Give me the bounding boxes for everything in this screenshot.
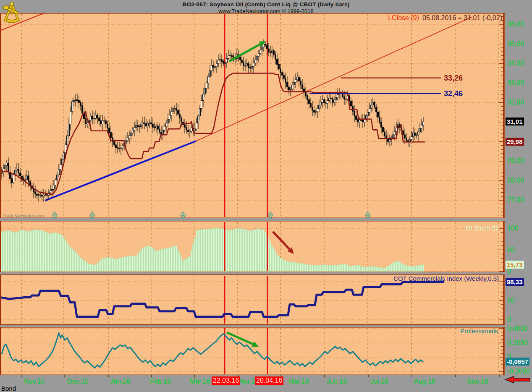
price-bar-body [142, 123, 144, 124]
rollover-marker-letter: R [53, 214, 56, 218]
price-bar-body [119, 149, 120, 149]
price-bar-body [159, 129, 160, 132]
price-bar-body [105, 121, 107, 124]
stoch-histogram-bar [244, 229, 246, 271]
stoch-histogram-bar [214, 228, 215, 272]
price-bar-body [109, 128, 110, 133]
price-bar-body [406, 138, 407, 140]
price-bar-body [411, 137, 412, 140]
stoch-histogram-bar [155, 251, 157, 271]
price-bar-body [253, 63, 254, 66]
price-bar-body [421, 125, 422, 128]
price-bar-body [90, 116, 92, 120]
stoch-histogram-bar [369, 267, 370, 272]
price-bar-body [270, 52, 271, 53]
stoch-histogram-bar [280, 258, 281, 272]
tradenavigator-sextant-logo-icon [2, 0, 22, 24]
price-bar-body [309, 99, 310, 103]
price-bar-body [194, 129, 196, 131]
stoch-histogram-bar [60, 234, 61, 272]
price-bar-body [257, 57, 258, 60]
oi-stoch-panel[interactable]: OI Stoch 52 [0, 221, 505, 272]
stoch-histogram-bar [328, 265, 330, 272]
stoch-histogram-bar [228, 230, 229, 272]
stoch-histogram-bar [34, 230, 36, 272]
price-bar-body [218, 60, 219, 63]
time-axis-strip[interactable]: Nov.15Dez.15Jän.16Feb.16Mär.16Apr.16Mai.… [0, 375, 532, 392]
stoch-histogram-bar [110, 258, 111, 272]
stoch-histogram-bar [202, 229, 204, 272]
stoch-histogram-bar [396, 261, 397, 272]
price-bar-body [42, 195, 43, 196]
price-bar-body [79, 101, 80, 103]
stoch-histogram-bar [29, 231, 31, 272]
price-bar-body [332, 99, 333, 102]
stoch-histogram-bar [192, 244, 194, 272]
stoch-histogram-bar [234, 229, 236, 272]
stoch-histogram-bar [397, 261, 398, 272]
price-bar-body [107, 124, 108, 128]
price-bar-body [5, 166, 6, 169]
stoch-histogram-bar [239, 229, 241, 272]
price-bar-body [199, 108, 201, 116]
value-axis-strip[interactable]: 36,0035,0034,0033,0032,0029,0028,0027,00… [505, 13, 532, 375]
price-bar-body [252, 66, 253, 68]
stoch-histogram-bar [55, 233, 56, 272]
stoch-histogram-bar [409, 266, 410, 272]
price-bar-body [188, 130, 189, 132]
stoch-histogram-bar [199, 230, 200, 272]
stoch-histogram-bar [364, 267, 365, 272]
stoch-histogram-bar [86, 263, 88, 272]
stoch-histogram-bar [335, 265, 336, 272]
price-bar-body [305, 92, 307, 96]
stoch-histogram-bar [169, 248, 170, 272]
y-tick-label: 35,00 [507, 40, 524, 48]
stoch-histogram-bar [14, 233, 16, 272]
price-bar-body [265, 44, 266, 45]
stoch-histogram-bar [80, 258, 81, 272]
price-bar-body [288, 87, 290, 90]
month-label: Aug.16 [414, 378, 435, 385]
stoch-histogram-bar [159, 250, 160, 271]
stoch-histogram-bar [343, 264, 345, 272]
stoch-histogram-bar [123, 257, 125, 272]
stoch-histogram-bar [275, 252, 276, 272]
stoch-histogram-bar [127, 256, 128, 272]
stoch-histogram-bar [238, 228, 239, 272]
price-bar-body [154, 127, 155, 128]
stoch-histogram-bar [327, 265, 328, 271]
stoch-histogram-bar [380, 268, 382, 272]
price-bar-body [312, 107, 313, 110]
price-bar-body [11, 179, 13, 183]
stoch-histogram-bar [50, 233, 51, 272]
stoch-histogram-bar [375, 267, 377, 272]
stoch-histogram-bar [196, 230, 197, 272]
price-bar-body [294, 82, 295, 85]
stoch-histogram-bar [13, 232, 14, 272]
stoch-histogram-bar [231, 230, 232, 272]
price-bar-body [75, 99, 76, 100]
stoch-histogram-bar [359, 266, 360, 272]
price-chart-panel[interactable]: 33,2632,46RRRRRLClose (9)05.08.2016 = 31… [0, 13, 505, 219]
price-bar-body [35, 192, 36, 194]
price-bar-body [99, 118, 100, 121]
cot-commercials-panel[interactable]: COT Commercials Index (Weekly,0.5) [0, 274, 505, 325]
stoch-histogram-bar [187, 257, 189, 271]
price-bar-body [317, 108, 318, 112]
price-bar-body [115, 145, 117, 147]
price-bar-body [131, 133, 132, 135]
stoch-histogram-bar [270, 241, 271, 272]
stoch-histogram-bar [73, 251, 74, 272]
professionals-panel[interactable]: Professionals [0, 327, 505, 375]
stoch-histogram-bar [102, 259, 103, 272]
stoch-histogram-bar [261, 230, 262, 272]
stoch-histogram-bar [11, 232, 12, 272]
stoch-histogram-bar [46, 233, 47, 272]
stoch-histogram-bar [243, 229, 244, 272]
stoch-histogram-bar [207, 229, 209, 272]
stoch-histogram-bar [379, 267, 380, 272]
x-axis-tick [151, 375, 152, 377]
month-label: Dez.15 [67, 378, 89, 385]
price-bar-body [243, 63, 244, 66]
stoch-histogram-bar [88, 264, 89, 272]
